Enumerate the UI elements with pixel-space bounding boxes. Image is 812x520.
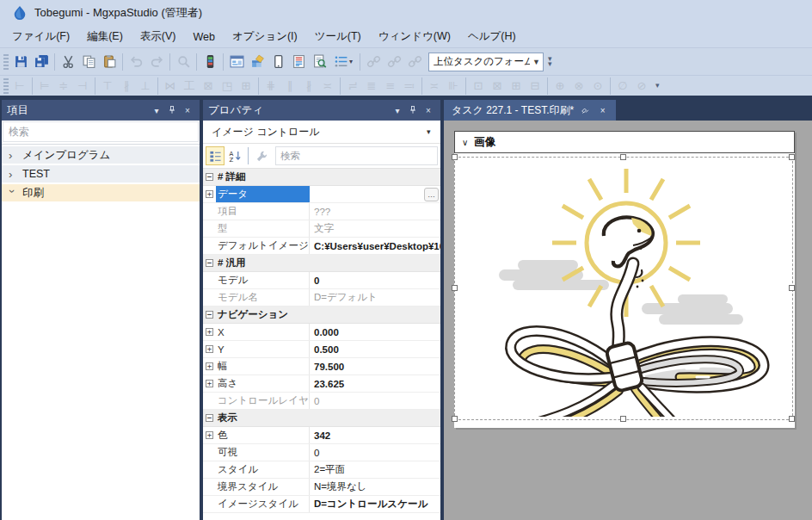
tree-item-2[interactable]: ›TEST (2, 165, 200, 183)
same-width-icon[interactable]: ⋈ (161, 77, 180, 95)
print-form-surface[interactable]: ∨ 画像 (454, 131, 795, 428)
property-value[interactable]: D=コントロールスケール (310, 496, 440, 512)
collapse-icon[interactable]: − (206, 311, 213, 319)
data-view-button[interactable] (309, 51, 329, 73)
snap-icon[interactable]: ⊢ (10, 77, 29, 95)
wrench-icon[interactable] (252, 146, 271, 165)
device-view-button[interactable] (268, 51, 288, 73)
property-value[interactable]: 0.500 (310, 341, 440, 357)
cut-button[interactable] (58, 51, 78, 73)
collapse-icon[interactable]: − (206, 259, 213, 267)
toolbar-grip[interactable] (3, 54, 9, 70)
property-row[interactable]: モデル0 (203, 272, 440, 289)
checker-button[interactable]: ▾ (329, 51, 357, 73)
lock-icon[interactable]: ⊙ (588, 77, 607, 95)
property-row[interactable]: +高さ23.625 (203, 375, 440, 393)
categorize-button[interactable] (206, 146, 225, 165)
expand-icon[interactable]: + (206, 362, 213, 370)
property-row[interactable]: 項目??? (203, 203, 440, 220)
align-bottom-icon[interactable]: ⊥ (136, 77, 155, 95)
send-back-icon[interactable]: ⊠ (488, 77, 507, 95)
space-v-inc-icon[interactable]: ≣ (362, 77, 381, 95)
form-designer-canvas[interactable]: ∨ 画像 (444, 121, 812, 520)
hatch2-icon[interactable]: ⊘ (632, 77, 651, 95)
property-section-row[interactable]: −ナビゲーション (203, 306, 440, 324)
space-h-icon[interactable]: ⋕ (261, 77, 280, 95)
property-section-row[interactable]: −# 詳細 (203, 169, 440, 186)
pin-icon[interactable] (580, 105, 591, 116)
property-value[interactable]: 79.500 (310, 358, 440, 375)
same-size-icon[interactable]: ⊠ (199, 77, 218, 95)
tree-item-3[interactable]: ›印刷 (2, 184, 200, 201)
property-value[interactable]: 0.000 (310, 324, 440, 340)
property-value[interactable]: N=境界なし (310, 479, 440, 495)
link-button-1[interactable] (363, 51, 384, 73)
collapse-icon[interactable]: − (206, 414, 213, 422)
toolbar-grip[interactable] (3, 78, 9, 94)
expand-icon[interactable]: + (206, 328, 213, 336)
align-top-icon[interactable]: ⊤ (98, 77, 117, 95)
items-panel-header[interactable]: 項目 ▾ × (2, 100, 200, 121)
property-row[interactable]: コントロールレイヤ0 (203, 393, 440, 410)
property-row[interactable]: デフォルトイメージファイル名C:¥Users¥user¥Desktop¥1698… (203, 238, 440, 255)
undo-button[interactable] (126, 51, 146, 73)
close-icon[interactable]: × (181, 103, 194, 117)
panel-menu-icon[interactable]: ▾ (150, 103, 163, 117)
property-row[interactable]: +幅79.500 (203, 358, 440, 375)
expand-icon[interactable]: + (206, 345, 213, 353)
expand-icon[interactable]: + (206, 190, 213, 198)
align-right-icon[interactable]: ⊣ (73, 77, 92, 95)
selection-handle[interactable] (452, 416, 458, 422)
same-height-icon[interactable]: 工 (180, 77, 199, 95)
ungroup-icon[interactable]: ⊗ (569, 77, 588, 95)
property-row[interactable]: モデル名D=デフォルト (203, 289, 440, 306)
chevron-expanded-icon[interactable]: › (6, 189, 19, 198)
expand-icon[interactable]: + (206, 380, 213, 387)
selection-handle[interactable] (452, 154, 458, 160)
property-row[interactable]: イメージスタイルD=コントロールスケール (203, 496, 440, 513)
mobile-preview-button[interactable] (200, 51, 220, 73)
paste-button[interactable] (99, 51, 120, 73)
expand-icon[interactable]: + (206, 431, 213, 439)
selection-handle[interactable] (620, 154, 626, 160)
task-document-tab[interactable]: タスク 227.1 - TEST.印刷* × (444, 100, 616, 121)
property-value[interactable]: ??? (310, 203, 440, 220)
align-middle-icon[interactable]: ∦ (117, 77, 136, 95)
property-row[interactable]: +色342 (203, 427, 440, 444)
property-value[interactable]: 0 (310, 393, 440, 409)
selection-handle[interactable] (789, 154, 795, 160)
property-section-row[interactable]: −表示 (203, 410, 440, 427)
find-button[interactable] (173, 51, 194, 73)
property-row[interactable]: +データ… (203, 186, 440, 203)
selection-handle[interactable] (789, 416, 795, 422)
menu-item-1[interactable]: ファイル(F) (3, 27, 78, 46)
fit-grid-icon[interactable]: ◳ (218, 77, 237, 95)
property-value[interactable]: D=デフォルト (310, 289, 440, 306)
menu-item-4[interactable]: Web (184, 28, 223, 46)
forward-icon[interactable]: ⊞ (507, 77, 526, 95)
property-value[interactable]: 0 (310, 272, 440, 288)
copy-button[interactable] (78, 51, 99, 73)
alphabetical-sort-button[interactable]: AZ (225, 146, 244, 165)
align-left-icon[interactable]: ⊨ (35, 77, 54, 95)
property-value[interactable]: 342 (310, 427, 440, 443)
center-h-icon[interactable]: ≍ (425, 77, 444, 95)
property-row[interactable]: 境界スタイルN=境界なし (203, 479, 440, 496)
space-v-rem-icon[interactable]: ≕ (400, 77, 419, 95)
property-value[interactable]: 文字 (310, 220, 440, 237)
selection-handle[interactable] (620, 416, 626, 422)
pin-icon[interactable] (165, 103, 179, 117)
redo-button[interactable] (146, 51, 167, 73)
items-search-input[interactable] (3, 126, 198, 138)
property-row[interactable]: 可視0 (203, 444, 440, 461)
form-section-header[interactable]: ∨ 画像 (454, 131, 795, 153)
toolbar-overflow-button[interactable]: ▾▾ (548, 57, 552, 66)
browse-button[interactable]: … (424, 188, 439, 201)
property-row[interactable]: 型文字 (203, 220, 440, 238)
link-button-3[interactable] (404, 51, 425, 73)
space-h-rem-icon[interactable]: ≍ (318, 77, 337, 95)
save-button[interactable] (10, 51, 31, 73)
group-icon[interactable]: ⊕ (551, 77, 569, 95)
property-row[interactable]: +Y0.500 (203, 341, 440, 358)
close-icon[interactable]: × (597, 105, 608, 116)
